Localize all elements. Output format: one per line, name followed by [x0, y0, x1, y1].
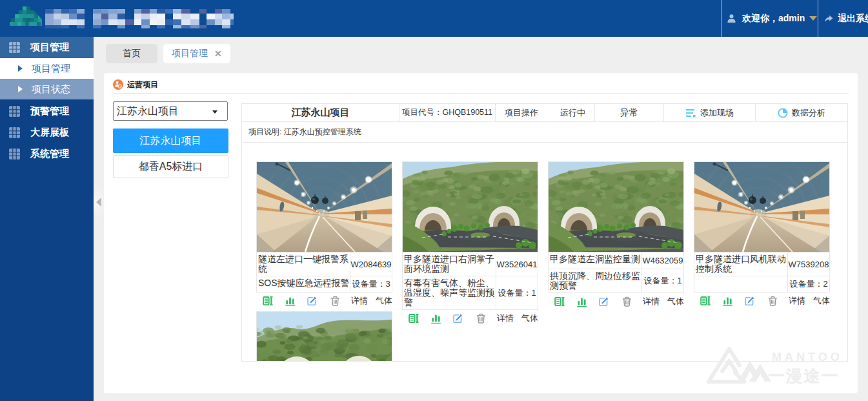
svg-text:一漫途一: 一漫途一 — [768, 366, 839, 384]
svg-text:MANTOO: MANTOO — [772, 351, 843, 364]
